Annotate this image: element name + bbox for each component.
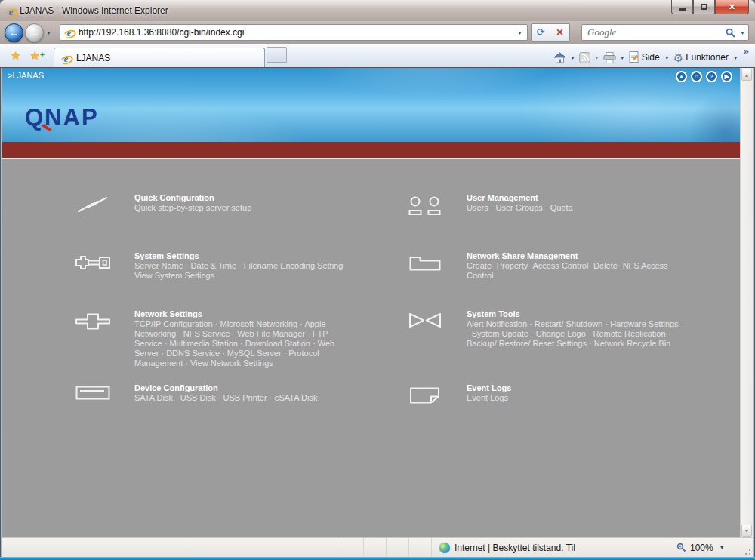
status-cell — [341, 538, 363, 557]
item-title[interactable]: Network Settings — [134, 309, 350, 319]
print-dropdown[interactable]: ▼ — [618, 55, 627, 60]
scroll-up-icon[interactable]: ▲ — [741, 69, 752, 81]
red-divider-bar — [2, 142, 740, 159]
minimize-icon — [679, 8, 686, 11]
item-title[interactable]: System Settings — [134, 251, 350, 261]
stop-button[interactable]: ✕ — [550, 24, 569, 41]
item-title[interactable]: Network Share Management — [467, 251, 683, 261]
menu-item-quick-configuration[interactable]: Quick Configuration Quick step-by-step s… — [72, 193, 404, 214]
item-title[interactable]: System Tools — [467, 309, 683, 319]
tab-favicon: e — [60, 51, 72, 65]
minimize-button[interactable] — [671, 0, 693, 14]
item-links[interactable]: Create· Property· Access Control· Delete… — [467, 261, 683, 281]
scroll-down-icon[interactable]: ▼ — [741, 525, 752, 537]
home-icon[interactable] — [553, 52, 566, 63]
breadcrumb: >LJANAS — [8, 71, 44, 80]
page-icon[interactable] — [629, 51, 639, 63]
item-links[interactable]: TCP/IP Configuration · Microsoft Network… — [134, 319, 350, 368]
browser-window: e LJANAS - Windows Internet Explorer ✕ ←… — [0, 0, 755, 560]
menu-item-system-tools[interactable]: System Tools Alert Notification · Restar… — [404, 309, 740, 349]
status-spacer — [2, 538, 341, 557]
item-title[interactable]: Event Logs — [467, 383, 683, 393]
key-icon — [72, 251, 114, 281]
address-dropdown[interactable]: ▼ — [514, 30, 525, 35]
network-cross-icon — [72, 309, 114, 368]
window-title: LJANAS - Windows Internet Explorer — [20, 5, 168, 16]
item-links[interactable]: SATA Disk · USB Disk · USB Printer · eSA… — [134, 393, 350, 403]
maximize-button[interactable] — [693, 0, 715, 14]
navigation-bar: ← → ▼ e http://192.168.1.36:8080/cgi-bin… — [0, 21, 755, 44]
page-favicon: e — [63, 26, 75, 39]
tools-menu-dropdown[interactable]: ▼ — [731, 55, 741, 60]
home-dropdown[interactable]: ▼ — [568, 55, 578, 60]
bowtie-icon — [404, 309, 446, 349]
header-buttons: ▲ ⌂ ? ▶ — [676, 71, 732, 82]
help-circle-icon[interactable]: ? — [706, 71, 717, 82]
back-button[interactable]: ← — [5, 23, 23, 42]
page-menu-label[interactable]: Side — [641, 52, 661, 63]
address-bar[interactable]: e http://192.168.1.36:8080/cgi-bin/index… — [60, 24, 528, 41]
item-links[interactable]: Server Name · Date & Time · Filename Enc… — [134, 261, 350, 281]
command-buttons: ▼ ▼ ▼ Side ▼ — [553, 51, 741, 67]
item-links[interactable]: Users · User Groups · Quota — [467, 203, 683, 213]
rss-dropdown[interactable]: ▼ — [592, 55, 602, 60]
zoom-level: 100% — [690, 543, 713, 553]
forward-button[interactable]: → — [25, 23, 44, 42]
status-cell — [408, 538, 431, 557]
folder-icon — [404, 251, 446, 281]
item-title[interactable]: Device Configuration — [134, 383, 350, 393]
url-text[interactable]: http://192.168.1.36:8080/cgi-bin/index.c… — [79, 27, 514, 38]
title-bar: e LJANAS - Windows Internet Explorer ✕ — [0, 0, 755, 21]
menu-item-device-configuration[interactable]: Device Configuration SATA Disk · USB Dis… — [72, 383, 404, 403]
maximize-icon — [701, 4, 707, 10]
tab-ljanas[interactable]: e LJANAS — [54, 48, 265, 67]
item-links[interactable]: Event Logs — [467, 393, 683, 403]
zone-text: Internet | Beskyttet tilstand: Til — [455, 543, 575, 553]
window-controls: ✕ — [671, 0, 749, 14]
refresh-button[interactable]: ⟳ — [532, 24, 550, 41]
search-placeholder[interactable]: Google — [587, 26, 726, 38]
internet-globe-icon — [439, 543, 450, 553]
up-circle-icon[interactable]: ▲ — [676, 71, 687, 82]
status-cell — [363, 538, 386, 557]
history-dropdown[interactable]: ▼ — [44, 30, 54, 35]
menu-item-network-settings[interactable]: Network Settings TCP/IP Configuration · … — [72, 309, 404, 368]
gear-icon[interactable]: ⚙ — [673, 52, 683, 63]
log-page-icon — [404, 383, 446, 404]
vertical-scrollbar[interactable]: ▲ ▼ — [740, 68, 753, 537]
security-zone: Internet | Beskyttet tilstand: Til — [431, 538, 670, 557]
menu-item-system-settings[interactable]: System Settings Server Name · Date & Tim… — [72, 251, 404, 281]
item-title[interactable]: User Management — [467, 193, 683, 203]
tools-menu-label[interactable]: Funktioner — [685, 52, 729, 63]
resize-grip[interactable] — [742, 538, 753, 557]
disk-icon — [72, 383, 114, 403]
rss-icon[interactable] — [579, 52, 590, 63]
item-links[interactable]: Quick step-by-step server setup — [134, 203, 350, 213]
item-title[interactable]: Quick Configuration — [134, 193, 350, 203]
page-menu-dropdown[interactable]: ▼ — [662, 55, 672, 60]
status-bar: Internet | Beskyttet tilstand: Til 100% … — [2, 537, 753, 557]
print-icon[interactable] — [603, 52, 616, 63]
toolbar-overflow-chevron[interactable]: » — [741, 45, 750, 64]
search-dropdown[interactable]: ▼ — [735, 30, 745, 35]
new-tab-button[interactable] — [267, 47, 287, 63]
menu-item-user-management[interactable]: User Management Users · User Groups · Qu… — [404, 193, 740, 216]
item-links[interactable]: Alert Notification · Restart/ Shutdown ·… — [467, 319, 683, 349]
close-button[interactable]: ✕ — [715, 0, 749, 14]
tab-label: LJANAS — [76, 53, 110, 63]
search-box[interactable]: Google ▼ — [581, 24, 749, 41]
browser-viewport: >LJANAS ▲ ⌂ ? ▶ QNAP — [2, 68, 753, 537]
add-favorite-icon[interactable]: ★+ — [25, 49, 47, 67]
lightning-icon — [72, 193, 114, 214]
forward-circle-icon[interactable]: ▶ — [721, 71, 732, 82]
status-cell — [386, 538, 408, 557]
zoom-magnifier-icon — [676, 543, 686, 552]
zoom-control[interactable]: 100% ▼ — [670, 538, 742, 557]
search-icon[interactable] — [726, 28, 735, 38]
zoom-dropdown[interactable]: ▼ — [717, 545, 727, 550]
forward-arrow-icon: → — [29, 26, 40, 38]
menu-item-event-logs[interactable]: Event Logs Event Logs — [404, 383, 740, 404]
menu-item-network-share-management[interactable]: Network Share Management Create· Propert… — [404, 251, 740, 281]
favorites-icon[interactable]: ★ — [5, 49, 25, 67]
home-circle-icon[interactable]: ⌂ — [691, 71, 702, 82]
